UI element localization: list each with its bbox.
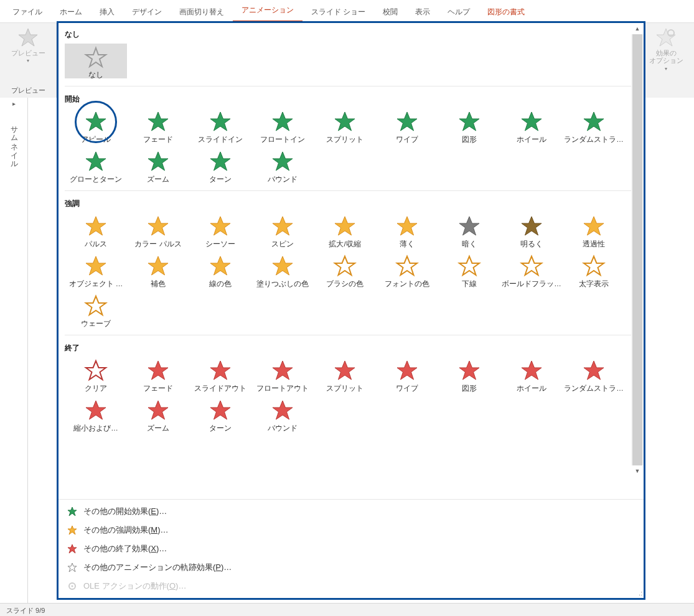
anim-label: フェード [143, 385, 173, 392]
star-icon [579, 213, 609, 240]
animation-gallery: なし なし 開始 アピールフェードスライドインフロートインスプリットワイプ図形ホ… [57, 21, 645, 600]
anim-label: なし [88, 71, 103, 78]
anim-item-emphasis-15[interactable]: 下線 [438, 253, 500, 287]
tab-home[interactable]: ホーム [51, 2, 91, 22]
anim-item-exit-0[interactable]: クリア [65, 357, 127, 392]
anim-item-emphasis-3[interactable]: スピン [251, 213, 314, 248]
anim-item-entrance-3[interactable]: フロートイン [251, 108, 314, 143]
anim-item-entrance-12[interactable]: バウンド [251, 148, 314, 183]
star-icon [143, 148, 173, 175]
scroll-thumb[interactable] [632, 34, 642, 470]
menu-more-motion[interactable]: その他のアニメーションの軌跡効果(P)… [59, 558, 644, 577]
anim-item-emphasis-2[interactable]: シーソー [189, 213, 251, 248]
anim-item-entrance-9[interactable]: グローとターン [65, 148, 127, 183]
anim-item-emphasis-0[interactable]: パルス [65, 213, 127, 248]
anim-label: スピン [271, 240, 294, 248]
anim-item-exit-2[interactable]: スライドアウト [189, 357, 251, 392]
tab-review[interactable]: 校閲 [374, 2, 406, 22]
anim-item-emphasis-6[interactable]: 暗く [438, 213, 500, 248]
svg-marker-40 [459, 361, 479, 380]
anim-item-exit-8[interactable]: ランダムストラ… [563, 357, 625, 392]
gallery-scrollbar[interactable]: ▲ ▼ [631, 23, 644, 477]
anim-item-emphasis-7[interactable]: 明るく [500, 213, 563, 248]
tab-help[interactable]: ヘルプ [439, 2, 479, 22]
star-icon [454, 213, 484, 240]
anim-item-emphasis-8[interactable]: 透過性 [563, 213, 625, 248]
svg-marker-53 [657, 29, 675, 46]
anim-item-entrance-10[interactable]: ズーム [127, 148, 189, 183]
expand-icon[interactable]: ▸ [12, 100, 16, 107]
anim-item-emphasis-11[interactable]: 線の色 [189, 253, 251, 287]
anim-item-emphasis-9[interactable]: オブジェクト … [65, 253, 127, 287]
tab-animations[interactable]: アニメーション [233, 0, 302, 22]
anim-item-entrance-7[interactable]: ホイール [500, 108, 563, 143]
scroll-down-icon[interactable]: ▼ [631, 465, 644, 477]
anim-item-exit-7[interactable]: ホイール [500, 357, 563, 392]
svg-marker-1 [86, 48, 106, 67]
anim-item-exit-6[interactable]: 図形 [438, 357, 500, 392]
anim-item-entrance-4[interactable]: スプリット [314, 108, 376, 143]
anim-item-emphasis-10[interactable]: 補色 [127, 253, 189, 287]
anim-item-emphasis-13[interactable]: ブラシの色 [314, 253, 376, 287]
anim-label: バウンド [268, 424, 298, 432]
anim-item-emphasis-18[interactable]: ウェーブ [65, 292, 127, 327]
anim-item-exit-11[interactable]: ターン [189, 397, 251, 432]
menu-more-exit[interactable]: その他の終了効果(X)… [59, 539, 644, 558]
tab-transitions[interactable]: 画面切り替え [171, 2, 233, 22]
anim-item-emphasis-12[interactable]: 塗りつぶしの色 [251, 253, 314, 287]
anim-item-emphasis-14[interactable]: フォントの色 [376, 253, 438, 287]
menu-more-entrance[interactable]: その他の開始効果(E)… [59, 502, 644, 521]
svg-marker-31 [522, 256, 542, 275]
anim-item-emphasis-16[interactable]: ボールドフラッ… [500, 253, 563, 287]
star-icon [392, 213, 422, 240]
gallery-menu: その他の開始効果(E)… その他の強調効果(M)… その他の終了効果(X)… そ… [59, 499, 644, 598]
effect-options-button[interactable]: 効果のオプション ▾ [647, 27, 685, 72]
anim-item-entrance-1[interactable]: フェード [127, 108, 189, 143]
svg-point-52 [72, 586, 73, 587]
anim-item-entrance-11[interactable]: ターン [189, 148, 251, 183]
tab-design[interactable]: デザイン [123, 2, 171, 22]
scroll-up-icon[interactable]: ▲ [631, 23, 644, 34]
tab-insert[interactable]: 挿入 [91, 2, 123, 22]
anim-item-exit-9[interactable]: 縮小および… [65, 397, 127, 432]
scroll-track[interactable] [631, 34, 644, 465]
anim-item-emphasis-4[interactable]: 拡大/収縮 [314, 213, 376, 248]
anim-item-exit-12[interactable]: バウンド [251, 397, 314, 432]
gear-icon [67, 581, 77, 591]
menu-label: その他のアニメーションの軌跡効果(P)… [83, 562, 232, 573]
star-icon [268, 357, 298, 385]
anim-item-exit-1[interactable]: フェード [127, 357, 189, 392]
anim-none[interactable]: なし [65, 44, 127, 78]
anim-item-emphasis-17[interactable]: 太字表示 [563, 253, 625, 287]
tab-file[interactable]: ファイル [4, 2, 51, 22]
tab-shape-format[interactable]: 図形の書式 [479, 2, 533, 22]
anim-item-entrance-5[interactable]: ワイプ [376, 108, 438, 143]
svg-marker-20 [397, 217, 417, 235]
anim-label: 補色 [151, 280, 166, 287]
anim-item-emphasis-1[interactable]: カラー パルス [127, 213, 189, 248]
anim-item-entrance-0[interactable]: アピール [65, 108, 127, 143]
anim-item-emphasis-5[interactable]: 薄く [376, 213, 438, 248]
menu-label: その他の終了効果(X)… [83, 543, 167, 554]
anim-item-entrance-2[interactable]: スライドイン [189, 108, 251, 143]
resize-grip-icon[interactable]: .: [639, 589, 642, 597]
anim-item-entrance-6[interactable]: 図形 [438, 108, 500, 143]
tab-view[interactable]: 表示 [406, 2, 439, 22]
svg-marker-17 [210, 217, 230, 235]
menu-more-emphasis[interactable]: その他の強調効果(M)… [59, 521, 644, 539]
anim-item-exit-4[interactable]: スプリット [314, 357, 376, 392]
anim-label: ブラシの色 [326, 280, 363, 287]
category-entrance-grid: アピールフェードスライドインフロートインスプリットワイプ図形ホイールランダムスト… [65, 107, 637, 187]
anim-label: フェード [143, 136, 173, 143]
preview-button[interactable]: プレビュー ▾ [9, 27, 47, 63]
chevron-down-icon: ▾ [27, 58, 29, 63]
thumbnails-pane-collapsed[interactable]: ▸ サムネイル [0, 98, 28, 603]
svg-marker-16 [148, 217, 168, 235]
anim-item-entrance-8[interactable]: ランダムストラ… [563, 108, 625, 143]
anim-item-exit-5[interactable]: ワイプ [376, 357, 438, 392]
svg-marker-7 [397, 112, 417, 131]
anim-item-exit-10[interactable]: ズーム [127, 397, 189, 432]
tab-slideshow[interactable]: スライド ショー [302, 2, 374, 22]
svg-marker-15 [86, 217, 106, 235]
anim-item-exit-3[interactable]: フロートアウト [251, 357, 314, 392]
